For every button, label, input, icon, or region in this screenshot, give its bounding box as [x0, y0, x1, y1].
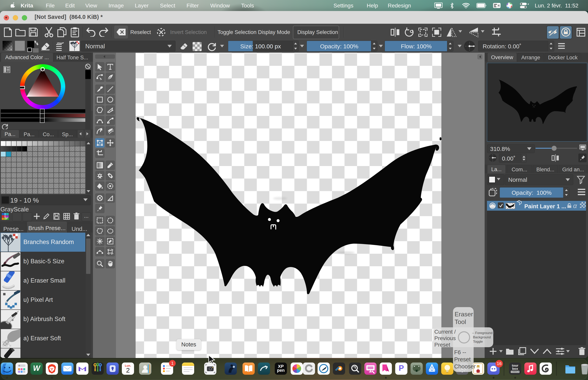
svg-text:⌘: ⌘ — [497, 4, 500, 7]
